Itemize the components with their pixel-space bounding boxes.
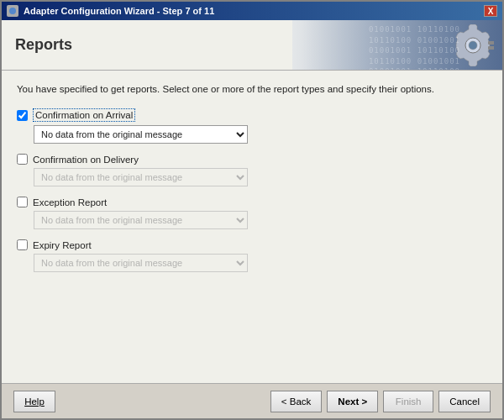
checkbox-row-exception_report: Exception Report xyxy=(17,197,487,207)
help-label: Help xyxy=(24,396,45,407)
svg-point-0 xyxy=(9,8,16,14)
label-expiry_report: Expiry Report xyxy=(33,240,92,250)
dropdown-confirmation_delivery[interactable]: No data from the original messageAll dat… xyxy=(34,168,248,186)
dropdown-confirmation_arrival[interactable]: No data from the original messageAll dat… xyxy=(34,125,248,144)
description-text: You have specified to get reports. Selec… xyxy=(17,82,487,97)
finish-button[interactable]: Finish xyxy=(383,391,433,412)
svg-rect-4 xyxy=(488,46,494,50)
checkbox-row-confirmation_arrival: Confirmation on Arrival xyxy=(17,108,487,122)
checkbox-expiry_report[interactable] xyxy=(17,239,28,250)
checkbox-confirmation_arrival[interactable] xyxy=(17,110,28,121)
report-group-exception_report: Exception ReportNo data from the origina… xyxy=(17,197,487,229)
dropdown-row-expiry_report: No data from the original messageAll dat… xyxy=(34,254,487,272)
checkbox-confirmation_delivery[interactable] xyxy=(17,154,28,165)
checkbox-row-expiry_report: Expiry Report xyxy=(17,239,487,250)
close-button[interactable]: X xyxy=(484,5,497,17)
dropdown-row-confirmation_delivery: No data from the original messageAll dat… xyxy=(34,168,487,186)
checkbox-row-confirmation_delivery: Confirmation on Delivery xyxy=(17,154,487,165)
cancel-button[interactable]: Cancel xyxy=(438,391,491,412)
reports-container: Confirmation on ArrivalNo data from the … xyxy=(17,108,487,272)
wizard-footer: Help < Back Next > Finish Cancel xyxy=(2,383,502,418)
footer-left: Help xyxy=(13,391,55,412)
help-button[interactable]: Help xyxy=(13,391,55,412)
report-group-expiry_report: Expiry ReportNo data from the original m… xyxy=(17,239,487,272)
page-title: Reports xyxy=(15,36,72,54)
title-bar: Adapter Configuration Wizard - Step 7 of… xyxy=(2,2,502,20)
title-bar-left: Adapter Configuration Wizard - Step 7 of… xyxy=(7,5,214,17)
dropdown-row-exception_report: No data from the original messageAll dat… xyxy=(34,211,487,229)
label-confirmation_delivery: Confirmation on Delivery xyxy=(33,155,139,165)
back-button[interactable]: < Back xyxy=(270,391,322,412)
wizard-body: You have specified to get reports. Selec… xyxy=(2,71,502,383)
wizard-content: Reports 01001001 10110100 10110100 01001… xyxy=(2,20,502,383)
label-exception_report: Exception Report xyxy=(33,197,107,207)
svg-point-2 xyxy=(469,41,477,50)
wizard-window: Adapter Configuration Wizard - Step 7 of… xyxy=(0,0,504,420)
banner-bg-text: 01001001 10110100 10110100 01001001 0100… xyxy=(369,20,460,71)
label-confirmation_arrival: Confirmation on Arrival xyxy=(33,108,135,122)
banner-bg: 01001001 10110100 10110100 01001001 0100… xyxy=(292,20,502,70)
checkbox-exception_report[interactable] xyxy=(17,197,28,207)
report-group-confirmation_delivery: Confirmation on DeliveryNo data from the… xyxy=(17,154,487,186)
dropdown-row-confirmation_arrival: No data from the original messageAll dat… xyxy=(34,125,487,144)
report-group-confirmation_arrival: Confirmation on ArrivalNo data from the … xyxy=(17,108,487,144)
dropdown-exception_report[interactable]: No data from the original messageAll dat… xyxy=(34,211,248,229)
app-icon xyxy=(7,5,18,17)
dropdown-expiry_report[interactable]: No data from the original messageAll dat… xyxy=(34,254,248,272)
svg-rect-3 xyxy=(488,41,494,45)
footer-right: < Back Next > Finish Cancel xyxy=(270,391,491,412)
title-bar-text: Adapter Configuration Wizard - Step 7 of… xyxy=(24,6,214,16)
header-banner: Reports 01001001 10110100 10110100 01001… xyxy=(2,20,502,71)
next-button[interactable]: Next > xyxy=(327,391,378,412)
